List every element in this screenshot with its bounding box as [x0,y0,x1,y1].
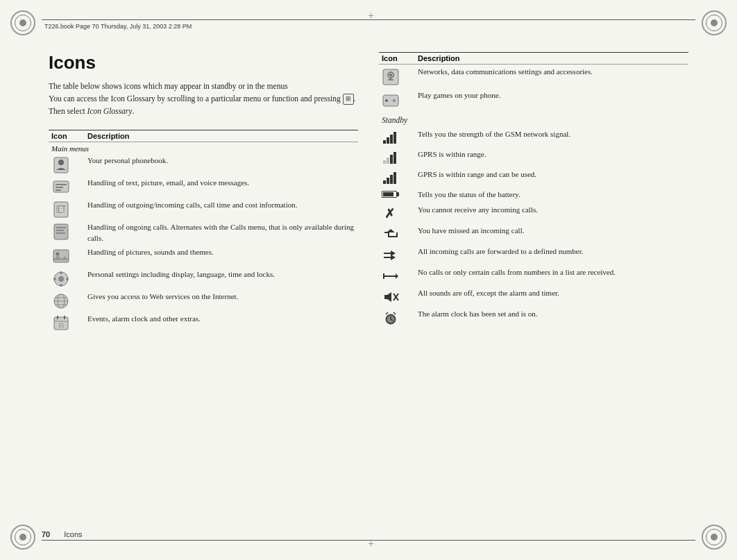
footer-section-name: Icons [64,530,82,538]
keyboard-button: ⊞ [343,94,354,105]
intro-paragraph: The table below shows icons which may ap… [49,80,358,117]
svg-rect-12 [54,224,68,239]
footer-page-number: 70 [42,530,50,538]
desc-alarm: The alarm clock has been set and is on. [418,309,686,320]
list-item: All sounds are off, except the alarm and… [379,286,688,307]
no-calls-icon: ✗ [382,206,400,221]
icon-cell-battery [382,189,418,198]
svg-point-40 [393,99,396,102]
ongoing-icon [52,223,70,241]
svg-point-20 [60,271,62,274]
icon-cell-messages [49,176,85,198]
svg-point-23 [66,278,69,280]
icon-cell-web [49,290,85,312]
gprs-bar-1 [383,160,386,164]
icon-cell-settings [49,268,85,290]
desc-nocalls: You cannot receive any incoming calls. [418,205,686,216]
messages-icon [52,178,70,196]
settings-icon [52,270,70,288]
table-row: Handling of text, picture, email, and vo… [49,176,358,198]
page-title: Icons [49,52,358,74]
list-item: Play games on your phone. [379,88,688,112]
list-item: ✗ You cannot receive any incoming calls. [379,203,688,223]
table-row: Your personal phonebook. [49,154,358,176]
table-row: Personal settings including display, lan… [49,268,358,290]
gprs-bar-3 [390,155,393,164]
desc-calls: Handling of outgoing/incoming calls, cal… [85,198,358,221]
gprs-bar-2 [387,158,389,164]
games-icon [382,92,400,110]
gprs-usable-icon [382,171,398,185]
networks-icon [382,68,400,86]
section-label-row: Main menus [49,142,358,155]
desc-events: Events, alarm clock and other extras. [85,312,358,334]
calls-icon: 📋 [52,201,70,219]
table-row: 📋 Handling of outgoing/incoming calls, c… [49,198,358,221]
corner-decoration-br [697,520,731,554]
table-row: Handling of ongoing calls. Alternates wi… [49,221,358,246]
icon-cell-forward [382,246,418,263]
col-header-desc: Description [85,130,358,142]
intro-italic: Icon Glossary [87,107,133,115]
svg-text:15: 15 [58,323,64,329]
svg-line-58 [386,312,388,314]
icon-cell-gprs2 [382,169,418,185]
ongoing-icon-box [51,222,71,241]
phonebook-icon [52,156,70,174]
gprs2-bar-4 [393,172,396,184]
corner-decoration-bl [6,520,40,554]
table-row: Handling of pictures, sounds and themes. [49,246,358,268]
icon-cell-signal [382,129,418,145]
table-row: 15 Events, alarm clock and other extras. [49,312,358,334]
forward-calls-icon [382,248,400,263]
desc-silent: All sounds are off, except the alarm and… [418,288,686,299]
pictures-icon-box [51,247,71,266]
icon-cell-calls: 📋 [49,198,85,221]
corner-decoration-tl [6,6,40,40]
desc-ongoing: Handling of ongoing calls. Alternates wi… [85,221,358,246]
desc-signal: Tells you the strength of the GSM networ… [418,129,686,140]
svg-line-59 [393,312,396,314]
icon-cell-alarm [382,309,418,325]
table-row: Gives you access to Web services on the … [49,290,358,312]
icon-cell-phonebook [49,154,85,176]
list-item: Tells you the strength of the GSM networ… [379,127,688,147]
svg-marker-50 [396,273,398,279]
col-header-icon: Icon [49,130,85,142]
desc-gprs1: GPRS is within range. [418,149,686,160]
battery-fill [383,192,393,196]
gprs-icon [382,151,398,165]
right-table-header: Icon Description [379,52,688,65]
right-col-header-icon: Icon [382,54,418,62]
gprs2-bar-3 [390,175,393,184]
svg-point-21 [60,284,62,287]
right-col-header-desc: Description [418,54,460,62]
icon-cell-networks [382,67,418,86]
main-content: Icons The table below shows icons which … [49,45,688,518]
corner-decoration-tr [697,6,731,40]
icon-cell-silent [382,288,418,305]
header-text: T226.book Page 70 Thursday, July 31, 200… [44,23,192,30]
desc-missed: You have missed an incoming call. [418,226,686,237]
desc-web: Gives you access to Web services on the … [85,290,358,312]
icon-cell-ongoing [49,221,85,246]
signal-bar-3 [390,135,393,144]
events-icon-box: 15 [51,314,71,333]
settings-icon-box [51,269,71,289]
icon-cell-restricted [382,267,418,284]
list-item: All incoming calls are forwarded to a de… [379,244,688,265]
svg-point-17 [56,253,60,256]
web-icon [52,292,70,310]
list-item: Networks, data communications settings a… [379,65,688,88]
signal-bar-2 [387,137,389,144]
intro-line1: The table below shows icons which may ap… [49,82,288,90]
gprs2-bar-1 [383,180,386,184]
phonebook-icon-box [51,155,71,175]
list-item: No calls or only certain calls from numb… [379,265,688,286]
gprs-bar-4 [393,152,396,164]
web-icon-box [51,291,71,311]
battery-icon [382,191,397,198]
desc-gprs2: GPRS is within range and can be used. [418,169,686,180]
table-header-row: Icon Description [49,130,358,142]
right-column: Icon Description Networks, data communic… [379,45,688,518]
